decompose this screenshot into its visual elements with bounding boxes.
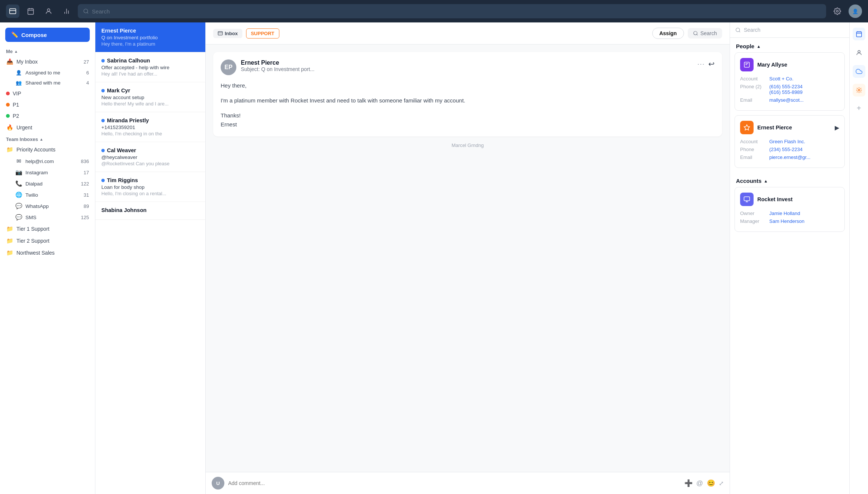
account-manager: Manager Sam Henderson (740, 218, 839, 224)
reply-icon[interactable]: ↩ (708, 59, 715, 68)
more-options-icon[interactable]: ⋯ (697, 59, 705, 68)
inbox-tag[interactable]: Inbox (213, 29, 242, 38)
p1-dot (6, 103, 10, 107)
hub-sidebar-icon[interactable] (853, 84, 865, 96)
left-sidebar: ✏️ Compose Me ▲ 📥 My Inbox 27 👤 Assigned… (0, 22, 95, 494)
expand-icon[interactable]: ⤢ (719, 480, 724, 487)
support-tag[interactable]: SUPPORT (246, 28, 279, 39)
person-header-ernest: Ernest Pierce ▶ (740, 121, 839, 134)
compose-input[interactable] (228, 480, 681, 486)
svg-point-10 (837, 10, 838, 12)
people-section-label: People ▲ (730, 38, 849, 52)
person-email-mary: Email mallyse@scot... (740, 97, 839, 103)
vip-dot (6, 92, 10, 95)
top-search-bar[interactable] (78, 4, 826, 18)
right-search-icon (735, 27, 741, 33)
person-account-mary: Account Scott + Co. (740, 76, 839, 82)
conv-item-sabrina[interactable]: Sabrina Calhoun Offer accepted - help wi… (95, 52, 205, 82)
person-account-ernest: Account Green Flash Inc. (740, 139, 839, 144)
svg-point-23 (858, 50, 860, 53)
sender-avatar: EP (221, 59, 236, 75)
main-content: Inbox SUPPORT Assign Search EP Ernest Pi… (206, 22, 730, 494)
sidebar-twilio[interactable]: 🌐 Twilio 31 (0, 189, 95, 200)
sidebar-urgent[interactable]: 🔥 Urgent (0, 122, 95, 134)
sidebar-priority-accounts[interactable]: 📁 Priority Accounts (0, 144, 95, 156)
message-card: EP Ernest Pierce Subject: Q on Investmen… (213, 52, 722, 136)
person-icon-mary (740, 58, 754, 71)
settings-icon[interactable] (831, 4, 844, 18)
cloud-sidebar-icon[interactable] (853, 65, 865, 78)
sidebar-p2[interactable]: P2 (0, 110, 95, 122)
conv-item-ernest-pierce[interactable]: Ernest Pierce Q on Investment portfolio … (95, 22, 205, 52)
calendar-sidebar-icon[interactable] (853, 28, 865, 40)
shared-icon: 👥 (15, 80, 22, 86)
conv-item-tim[interactable]: Tim Riggins Loan for body shop Hello, I'… (95, 172, 205, 202)
person-phone-mary: Phone (2) (616) 555-2234 (616) 555-8989 (740, 84, 839, 95)
right-search-input[interactable] (744, 27, 844, 33)
sidebar-my-inbox[interactable]: 📥 My Inbox 27 (0, 56, 95, 68)
unread-indicator (101, 149, 105, 152)
top-nav: 👤 (0, 0, 868, 22)
sidebar-vip[interactable]: VIP (0, 88, 95, 99)
top-nav-right: 👤 (831, 4, 862, 18)
sidebar-dialpad[interactable]: 📞 Dialpad 122 (0, 178, 95, 189)
sidebar-northwest[interactable]: 📁 Northwest Sales (0, 247, 95, 259)
sidebar-assigned-to-me[interactable]: 👤 Assigned to me 6 (0, 68, 95, 78)
sms-icon: 💬 (15, 214, 22, 221)
inbox-tag-icon (218, 31, 223, 36)
person-card-ernest: Ernest Pierce ▶ Account Green Flash Inc.… (734, 115, 845, 168)
compose-area: U ➕ @ 😊 ⤢ (206, 472, 730, 494)
mention-icon[interactable]: @ (696, 479, 703, 487)
svg-point-13 (736, 28, 740, 31)
sidebar-sms[interactable]: 💬 SMS 125 (0, 212, 95, 223)
priority-icon: 📁 (6, 146, 13, 153)
conversation-header: Inbox SUPPORT Assign Search (206, 22, 730, 45)
inbox-nav-icon[interactable] (6, 4, 19, 18)
emoji-icon[interactable]: 😊 (707, 479, 715, 487)
p2-dot (6, 114, 10, 118)
svg-point-5 (47, 9, 50, 11)
svg-point-24 (858, 89, 860, 91)
main-layout: ✏️ Compose Me ▲ 📥 My Inbox 27 👤 Assigned… (0, 22, 868, 494)
arrow-right-icon: ▶ (835, 124, 839, 131)
person-card-mary: Mary Allyse Account Scott + Co. Phone (2… (734, 52, 845, 111)
svg-rect-0 (10, 9, 16, 13)
add-integration-icon[interactable]: + (857, 104, 861, 113)
sidebar-tier1[interactable]: 📁 Tier 1 Support (0, 223, 95, 235)
conv-item-cal[interactable]: Cal Weaver @heycalweaver @RocketInvest C… (95, 142, 205, 172)
assign-button[interactable]: Assign (652, 28, 684, 39)
section-divider-label: Marcel Grndng (213, 142, 722, 148)
svg-point-9 (84, 9, 88, 13)
account-icon-rocket (740, 193, 754, 206)
northwest-icon: 📁 (6, 249, 13, 256)
search-icon (83, 8, 89, 14)
sidebar-shared-with-me[interactable]: 👥 Shared with me 4 (0, 78, 95, 88)
conv-item-shabina[interactable]: Shabina Johnson (95, 202, 205, 220)
user-avatar[interactable]: 👤 (849, 4, 862, 18)
sidebar-tier2[interactable]: 📁 Tier 2 Support (0, 235, 95, 247)
sidebar-p1[interactable]: P1 (0, 99, 95, 110)
contacts-nav-icon[interactable] (42, 4, 55, 18)
sidebar-instagram[interactable]: 📷 Instagram 17 (0, 167, 95, 178)
chart-nav-icon[interactable] (60, 4, 73, 18)
conv-item-miranda[interactable]: Miranda Priestly +14152359201 Hello, I'm… (95, 112, 205, 142)
right-panel: People ▲ Mary Allyse Account Scott + Co.… (730, 22, 849, 494)
calendar-nav-icon[interactable] (24, 4, 37, 18)
svg-point-12 (693, 31, 697, 35)
sidebar-whatsapp[interactable]: 💬 WhatsApp 89 (0, 200, 95, 212)
conv-item-mark[interactable]: Mark Cyr New account setup Hello there! … (95, 82, 205, 112)
compose-button[interactable]: ✏️ Compose (5, 28, 90, 42)
svg-rect-16 (744, 197, 750, 201)
right-panel-search[interactable] (730, 22, 849, 38)
message-actions: ⋯ ↩ (697, 59, 715, 68)
assigned-icon: 👤 (15, 70, 22, 76)
account-owner: Owner Jamie Holland (740, 211, 839, 216)
person-sidebar-icon[interactable] (853, 46, 865, 59)
add-icon[interactable]: ➕ (684, 479, 693, 487)
conv-search-button[interactable]: Search (688, 28, 722, 39)
tier1-icon: 📁 (6, 225, 13, 232)
top-search-input[interactable] (92, 8, 821, 15)
compose-icon: ✏️ (11, 31, 18, 38)
message-body: Hey there, I'm a platinum member with Ro… (221, 81, 715, 129)
sidebar-help-ri[interactable]: ✉ help@ri.com 836 (0, 156, 95, 167)
